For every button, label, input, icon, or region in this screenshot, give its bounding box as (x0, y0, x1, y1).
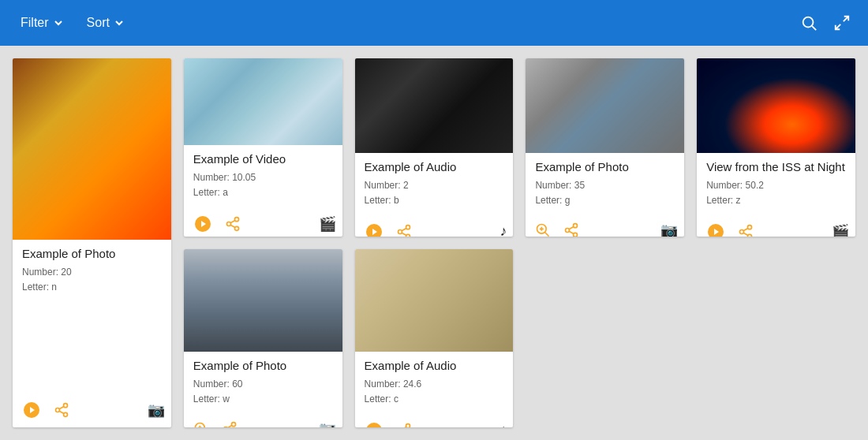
svg-line-23 (402, 233, 406, 235)
card-5-title: View from the ISS at Night (706, 159, 846, 175)
svg-point-21 (398, 229, 402, 233)
card-2-title: Example of Video (193, 151, 333, 167)
svg-line-56 (402, 427, 406, 427)
toolbar: Filter Sort (0, 0, 868, 46)
media-grid: Example of Photo Number: 20 Letter: n (0, 46, 868, 440)
card-2-image (184, 58, 342, 145)
card-1: Example of Photo Number: 20 Letter: n (13, 58, 171, 427)
share-icon (222, 421, 238, 427)
expand-icon (833, 14, 851, 32)
card-7: Example of Audio Number: 24.6 Letter: c (355, 249, 514, 427)
sort-button[interactable]: Sort (79, 11, 133, 35)
card-3-letter: Letter: b (365, 193, 504, 208)
svg-line-26 (545, 232, 549, 236)
card-3-play-button[interactable] (361, 219, 387, 237)
card-7-image (355, 249, 514, 352)
play-icon (22, 401, 41, 419)
play-icon (193, 214, 212, 233)
svg-point-38 (748, 234, 752, 237)
svg-point-8 (64, 412, 68, 416)
svg-point-22 (406, 234, 410, 237)
card-5-actions: 🎬 (697, 214, 855, 237)
card-7-play-button[interactable] (361, 418, 387, 427)
card-4-zoom-button[interactable] (532, 219, 554, 237)
card-5-type-icon: 🎬 (832, 223, 849, 237)
sort-chevron-icon (113, 17, 125, 29)
card-2: Example of Video Number: 10.05 Letter: a (184, 58, 342, 237)
search-button[interactable] (795, 9, 822, 36)
search-icon (800, 14, 817, 32)
svg-point-20 (406, 226, 410, 229)
svg-line-39 (743, 233, 748, 235)
card-7-type-icon: ♪ (499, 422, 507, 427)
svg-point-52 (406, 424, 410, 427)
card-5-image (697, 58, 855, 153)
card-5-share-button[interactable] (735, 221, 757, 237)
filter-button[interactable]: Filter (13, 11, 73, 35)
card-6-zoom-button[interactable] (190, 418, 212, 427)
svg-line-17 (230, 220, 235, 222)
svg-line-9 (59, 411, 64, 413)
zoom-icon (193, 421, 209, 427)
card-3-number: Number: 2 (365, 178, 504, 193)
card-6-letter: Letter: w (193, 392, 333, 407)
card-1-body: Example of Photo Number: 20 Letter: n (13, 240, 171, 393)
svg-point-45 (231, 423, 235, 427)
sort-label: Sort (87, 16, 110, 30)
svg-point-15 (234, 226, 238, 230)
card-1-image (13, 58, 171, 240)
card-4: Example of Photo Number: 35 Letter: g (526, 58, 684, 237)
card-1-play-button[interactable] (19, 397, 44, 423)
svg-line-49 (227, 425, 232, 427)
card-3-type-icon: ♪ (499, 223, 507, 237)
card-4-letter: Letter: g (535, 193, 675, 208)
play-icon (365, 421, 383, 427)
svg-line-1 (812, 26, 816, 30)
svg-point-0 (803, 17, 814, 28)
card-2-share-button[interactable] (222, 213, 244, 235)
card-7-title: Example of Audio (365, 358, 504, 374)
card-5-body: View from the ISS at Night Number: 50.2 … (697, 153, 855, 214)
svg-line-3 (836, 24, 840, 29)
svg-line-2 (844, 17, 848, 21)
share-icon (396, 224, 412, 237)
card-7-actions: ♪ (355, 413, 514, 427)
card-6-image (184, 249, 342, 352)
card-5-play-button[interactable] (703, 219, 728, 237)
svg-point-37 (740, 229, 744, 233)
svg-point-7 (56, 408, 60, 412)
svg-line-16 (230, 225, 235, 227)
card-1-number: Number: 20 (22, 265, 162, 280)
share-icon (225, 216, 241, 232)
svg-point-36 (748, 226, 752, 229)
card-6-body: Example of Photo Number: 60 Letter: w (184, 352, 342, 413)
card-2-actions: 🎬 (184, 207, 342, 237)
card-1-share-button[interactable] (51, 399, 73, 421)
card-6-share-button[interactable] (219, 418, 241, 427)
card-3-share-button[interactable] (393, 221, 415, 237)
expand-button[interactable] (829, 9, 855, 36)
card-2-play-button[interactable] (190, 211, 215, 237)
card-6-type-icon: 📷 (319, 420, 336, 427)
card-7-share-button[interactable] (393, 419, 415, 427)
svg-point-29 (574, 224, 578, 228)
card-3-image (355, 58, 514, 153)
svg-point-14 (226, 222, 230, 226)
svg-point-30 (566, 228, 570, 232)
svg-line-32 (570, 231, 574, 233)
card-1-type-icon: 📷 (148, 401, 165, 419)
card-3-body: Example of Audio Number: 2 Letter: b (355, 153, 514, 214)
svg-line-40 (743, 228, 748, 230)
share-icon (563, 222, 579, 237)
svg-point-31 (574, 233, 578, 237)
card-6-number: Number: 60 (193, 377, 333, 392)
svg-point-6 (64, 404, 68, 408)
svg-point-13 (234, 218, 238, 222)
card-3-title: Example of Audio (365, 159, 504, 175)
card-1-letter: Letter: n (22, 280, 162, 295)
svg-line-24 (402, 228, 406, 230)
card-4-title: Example of Photo (535, 159, 675, 175)
filter-chevron-icon (52, 17, 65, 29)
card-4-share-button[interactable] (560, 219, 582, 237)
svg-line-10 (59, 406, 64, 408)
